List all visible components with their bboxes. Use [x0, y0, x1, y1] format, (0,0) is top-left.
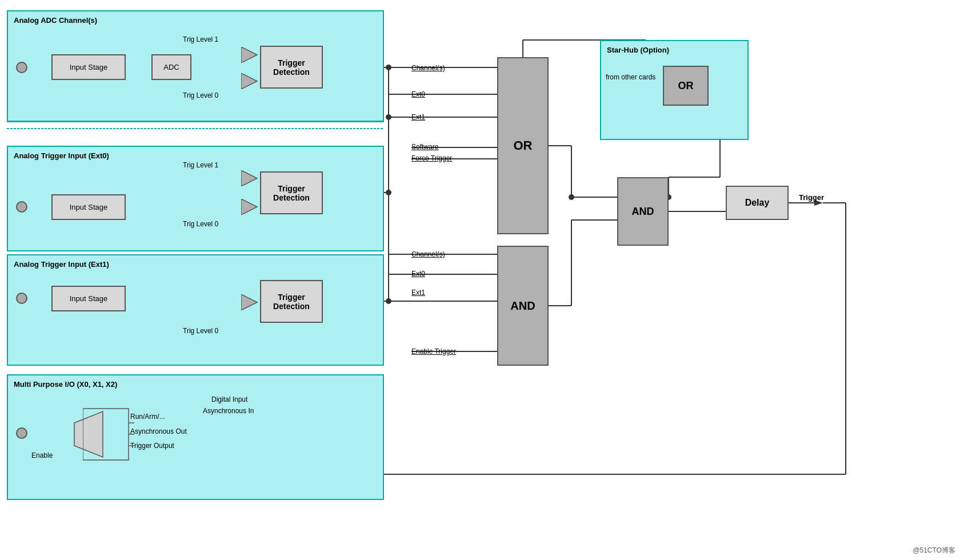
ext0-bot-label: Ext0: [411, 270, 425, 278]
software-label: Software: [411, 143, 438, 151]
trigger-detection-2-block: TriggerDetection: [260, 171, 323, 214]
comparator-lower-2: [241, 199, 261, 215]
diagram-container: Analog ADC Channel(s) Analog Trigger Inp…: [0, 0, 960, 560]
mux-triangles: [83, 406, 134, 463]
comparator-upper-1: [241, 47, 261, 63]
channels-bot-label: Channel(s): [411, 250, 445, 258]
delay-block: Delay: [726, 186, 789, 220]
trigger-detection-1-block: TriggerDetection: [260, 46, 323, 89]
svg-point-27: [386, 190, 391, 195]
svg-marker-90: [241, 294, 257, 310]
svg-point-13: [386, 65, 391, 70]
comparator-lower-3: [241, 294, 261, 310]
input-circle-3: [16, 293, 27, 304]
ext0-top-label: Ext0: [411, 90, 425, 98]
svg-point-39: [386, 298, 391, 304]
input-stage-3-block: Input Stage: [51, 286, 126, 311]
trigger-out-label: Trigger: [799, 193, 824, 202]
trig-level-0-mid-label: Trig Level 0: [183, 220, 218, 228]
input-circle-multipurpose: [16, 427, 27, 439]
multipurpose-box: Multi Purpose I/O (X0, X1, X2): [7, 374, 384, 500]
asynchronous-in-label: Asynchronous In: [203, 407, 254, 415]
adc-channel-title: Analog ADC Channel(s): [14, 16, 97, 25]
comparator-upper-2: [241, 170, 261, 186]
and-gate-main-block: AND: [497, 246, 549, 366]
svg-point-60: [569, 194, 574, 200]
analog-trigger-ext0-title: Analog Trigger Input (Ext0): [14, 151, 109, 160]
svg-marker-89: [241, 199, 257, 215]
or-gate-block: OR: [497, 57, 549, 234]
force-trigger-label: Force Trigger: [411, 154, 452, 162]
svg-marker-87: [241, 73, 257, 89]
comparator-lower-1: [241, 73, 261, 89]
input-stage-1-block: Input Stage: [51, 54, 126, 80]
enable-label: Enable: [31, 451, 53, 459]
channels-top-label: Channel(s): [411, 64, 445, 72]
digital-input-label: Digital Input: [211, 395, 247, 403]
async-out-label: Asynchronous Out: [130, 427, 187, 435]
enable-trigger-label: Enable Trigger: [411, 347, 456, 355]
from-other-cards-label: from other cards: [606, 73, 655, 82]
input-stage-2-block: Input Stage: [51, 194, 126, 220]
analog-trigger-ext1-title: Analog Trigger Input (Ext1): [14, 260, 109, 269]
multipurpose-title: Multi Purpose I/O (X0, X1, X2): [14, 380, 117, 389]
input-circle-2: [16, 201, 27, 213]
trig-level-1-top-label: Trig Level 1: [183, 35, 218, 43]
trig-level-0-bot-label: Trig Level 0: [183, 327, 218, 335]
ext1-bot-label: Ext1: [411, 289, 425, 297]
and-gate-right-block: AND: [617, 177, 669, 246]
trigger-detection-3-block: TriggerDetection: [260, 280, 323, 323]
svg-point-46: [386, 114, 391, 120]
svg-marker-88: [241, 170, 257, 186]
watermark: @51CTO博客: [913, 546, 955, 555]
input-circle-1: [16, 62, 27, 73]
or-star-hub-block: OR: [663, 66, 709, 106]
run-arm-label: Run/Arm/...: [130, 413, 165, 421]
ext1-top-label: Ext1: [411, 113, 425, 121]
svg-marker-86: [241, 47, 257, 63]
svg-rect-93: [83, 409, 129, 460]
star-hub-title: Star-Hub (Option): [607, 46, 669, 54]
adc-block: ADC: [151, 54, 191, 80]
trig-level-1-mid-label: Trig Level 1: [183, 161, 218, 169]
trig-level-0-top-label: Trig Level 0: [183, 91, 218, 99]
trigger-output-label: Trigger Output: [130, 442, 174, 450]
